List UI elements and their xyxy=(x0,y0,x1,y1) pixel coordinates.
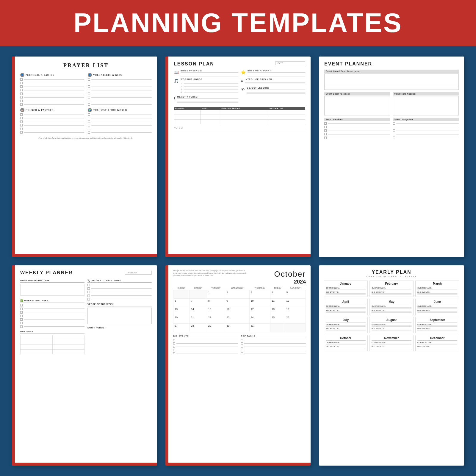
event-volunteers-col: Volunteers Needed: xyxy=(393,92,459,115)
prayer-checkbox xyxy=(20,120,23,123)
prayer-line-row xyxy=(20,120,84,123)
header: PLANNING TEMPLATES xyxy=(0,0,476,46)
calendar-week-row: 6 7 8 9 10 11 12 xyxy=(173,298,306,307)
prayer-checkbox xyxy=(20,82,23,84)
prayer-section-personal: 👤 PERSONAL & FAMILY xyxy=(20,73,84,106)
lesson-field-bible: 📖 BIBLE PASSAGE: xyxy=(174,70,238,76)
yearly-plan-subtitle: CURRICULUM & SPECIAL EVENTS xyxy=(324,275,459,278)
prayer-section-label-4: THE LOST & THE WORLD xyxy=(93,109,127,112)
lesson-header: LESSON PLAN DATE: xyxy=(174,61,305,67)
yearly-plan-card: YEARLY PLAN CURRICULUM & SPECIAL EVENTS … xyxy=(319,265,464,466)
prayer-line-row xyxy=(20,103,84,106)
eye-icon: 👁 xyxy=(241,87,245,92)
calendar-big-events: BIG EVENTS xyxy=(173,335,238,354)
lesson-field-intro: » INTRO/ ICE BREAKER: xyxy=(241,78,305,85)
weekly-grid: MOST IMPORTANT TASK ✅ WEEK'S TOP TASKS xyxy=(20,279,152,354)
table-row xyxy=(21,345,84,349)
prayer-checkbox xyxy=(20,93,23,95)
yearly-month-september: September CURRICULUM: BIG EVENTS: xyxy=(415,317,459,333)
prayer-checkbox xyxy=(88,96,90,98)
calendar-top-tasks: TOP TASKS xyxy=(241,335,306,354)
table-row xyxy=(174,120,305,124)
worship-numbered: 1 2 3 4 xyxy=(181,82,238,93)
prayer-line-row xyxy=(88,113,152,116)
yearly-grid: January CURRICULUM: BIG EVENTS: February… xyxy=(324,281,459,351)
yearly-month-july: July CURRICULUM: BIG EVENTS: xyxy=(324,317,368,333)
prayer-checkbox xyxy=(20,78,23,81)
cal-day-wed: WEDNESDAY xyxy=(225,286,249,290)
prayer-line-row xyxy=(88,93,152,95)
calendar-year: 2024 xyxy=(173,279,306,285)
prayer-section-volunteers: 👤 VOLUNTEERS & KIDS xyxy=(88,73,152,106)
lesson-left-col: 📖 BIBLE PASSAGE: 🎵 WORSHIP SONGS 1 xyxy=(174,70,238,104)
prayer-line-row xyxy=(88,100,152,102)
prayer-checkbox xyxy=(88,113,90,116)
prayer-checkbox xyxy=(88,93,90,95)
table-row xyxy=(174,115,305,120)
yearly-month-february: February CURRICULUM: BIG EVENTS: xyxy=(369,281,414,297)
prayer-checkbox xyxy=(20,117,23,119)
event-goal-area xyxy=(324,96,390,115)
prayer-checkbox xyxy=(20,100,23,102)
yearly-plan-title: YEARLY PLAN xyxy=(324,270,459,275)
big-events-title: BIG EVENTS xyxy=(173,335,238,338)
call-icon: 📞 xyxy=(87,279,90,282)
calendar-week-row: 20 21 22 23 24 25 26 xyxy=(173,315,306,323)
yearly-month-june: June CURRICULUM: BIG EVENTS: xyxy=(415,299,459,315)
volunteers-icon: 👤 xyxy=(88,73,92,77)
star-icon: ⭐ xyxy=(241,70,246,75)
cal-day-fri: FRIDAY xyxy=(270,286,285,290)
verse-box xyxy=(87,308,152,324)
prayer-line-row xyxy=(88,128,152,130)
event-delegation-label: Team Delegation: xyxy=(393,118,459,121)
prayer-list-title: PRAYER LIST xyxy=(20,62,152,69)
lesson-field-object: 👁 OBJECT LESSON: xyxy=(241,87,305,94)
event-deadlines-label: Task Deadlines: xyxy=(324,118,390,121)
prayer-line-row xyxy=(20,113,84,116)
main-grid: PRAYER LIST 👤 PERSONAL & FAMILY xyxy=(0,46,476,476)
calendar-week-row: 13 14 15 16 17 18 19 xyxy=(173,307,306,315)
prayer-section-label-3: CHURCH & PASTORS xyxy=(26,109,53,112)
prayer-line-row xyxy=(88,96,152,98)
exclamation-icon: ! xyxy=(174,96,175,101)
prayer-line-row xyxy=(20,128,84,130)
lesson-right-col: ⭐ BIG TRUTH/ POINT: » INTRO/ ICE BREAKER… xyxy=(241,70,305,104)
prayer-lines-1 xyxy=(20,78,84,106)
prayer-checkbox xyxy=(20,131,23,134)
prayer-line-row xyxy=(88,131,152,134)
lesson-field-memory: ! MEMORY VERSE: xyxy=(174,96,238,103)
prayer-lines-2 xyxy=(88,78,152,106)
world-icon: 🌍 xyxy=(88,108,92,112)
prayer-checkbox xyxy=(88,85,90,88)
prayer-checkbox xyxy=(88,100,90,102)
prayer-line-row xyxy=(20,124,84,126)
music-icon: 🎵 xyxy=(174,79,179,83)
prayer-checkbox xyxy=(20,85,23,88)
cal-day-tue: TUESDAY xyxy=(207,286,225,290)
table-header-supplies: SUPPLIES NEEDED xyxy=(220,107,268,110)
event-planner-title: EVENT PLANNER xyxy=(324,61,459,67)
prayer-list-card: PRAYER LIST 👤 PERSONAL & FAMILY xyxy=(12,57,157,257)
prayer-checkbox xyxy=(88,128,90,130)
prayer-checkbox xyxy=(20,113,23,116)
cal-day-mon: MONDAY xyxy=(190,286,207,290)
prayer-section-lost: 🌍 THE LOST & THE WORLD xyxy=(88,108,152,134)
event-volunteers-label: Volunteers Needed: xyxy=(393,92,459,95)
prayer-line-row xyxy=(20,89,84,91)
event-delegation-col: Team Delegation: xyxy=(393,118,459,139)
event-goal-label: Event Goal/ Purpose: xyxy=(324,92,390,95)
event-deadlines-col: Task Deadlines: xyxy=(324,118,390,139)
prayer-lines-3 xyxy=(20,113,84,134)
lesson-fields: 📖 BIBLE PASSAGE: 🎵 WORSHIP SONGS 1 xyxy=(174,70,305,104)
yearly-month-march: March CURRICULUM: BIG EVENTS: xyxy=(415,281,459,297)
prayer-checkbox xyxy=(20,128,23,130)
yearly-month-october: October CURRICULUM: BIG EVENTS: xyxy=(324,335,368,351)
prayer-checkbox xyxy=(88,82,90,84)
event-volunteers-area xyxy=(393,96,459,115)
prayer-quote: First of all, then, I urge that supplica… xyxy=(20,137,152,139)
event-name-area xyxy=(324,73,459,90)
lesson-field-worship: 🎵 WORSHIP SONGS 1 2 3 4 xyxy=(174,78,238,93)
prayer-checkbox xyxy=(88,131,90,134)
prayer-checkbox xyxy=(88,117,90,119)
calendar-grid: SUNDAY MONDAY TUESDAY WEDNESDAY THURSDAY… xyxy=(173,286,306,332)
